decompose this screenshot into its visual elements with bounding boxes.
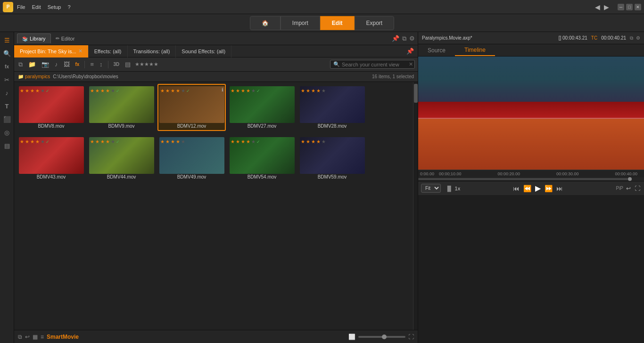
media-list-icon[interactable]: ≡ xyxy=(89,60,95,69)
mb-resize-icon[interactable]: ⬜ xyxy=(348,334,355,340)
project-bin-close[interactable]: ✕ xyxy=(78,48,83,54)
step-back-button[interactable]: ⏪ xyxy=(522,185,532,192)
mb-list-icon[interactable]: ≡ xyxy=(41,334,44,340)
back-button[interactable]: ◀ xyxy=(595,3,600,11)
pin-button[interactable]: 📌 xyxy=(403,48,418,55)
maximize-button[interactable]: □ xyxy=(626,4,633,10)
editor-tab-label: Editor xyxy=(61,36,75,41)
fit-dropdown[interactable]: Fit xyxy=(421,184,441,193)
minimize-button[interactable]: ─ xyxy=(618,4,624,10)
media-item-bdmv59[interactable]: ★★★★★ BDMV59.mov xyxy=(298,135,366,182)
tc-value: 00:00:40.21 xyxy=(601,35,626,41)
edit-button[interactable]: Edit xyxy=(320,16,355,30)
sidebar-icon-storyboard[interactable]: ▤ xyxy=(2,140,12,151)
search-clear-icon[interactable]: ✕ xyxy=(409,61,413,67)
media-item-bdmv12[interactable]: ★★★★★ ✓ ℹ BDMV12.mov xyxy=(157,84,226,131)
tab-library[interactable]: 📚 Library xyxy=(17,33,51,43)
menu-edit[interactable]: Edit xyxy=(32,4,41,10)
name-bdmv54: BDMV54.mov xyxy=(248,174,277,180)
loop-button[interactable]: ↩ xyxy=(625,185,632,192)
media-stars-filter[interactable]: ★★★★★ xyxy=(135,61,158,67)
menu-file[interactable]: File xyxy=(17,4,25,10)
sidebar-icon-text[interactable]: T xyxy=(2,101,12,111)
tc-label: TC xyxy=(591,35,597,41)
mb-undo-icon[interactable]: ↩ xyxy=(25,334,30,340)
sidebar-icon-library[interactable]: ☰ xyxy=(2,35,12,45)
tab-project-bin[interactable]: Project Bin: The Sky is... ✕ xyxy=(14,45,89,57)
media-grid-container: ★★★★★ ✓ BDMV8.mov ★★★★★ ✓ xyxy=(14,82,418,330)
media-item-bdmv49[interactable]: ★★★★★ BDMV49.mov xyxy=(157,135,226,182)
fullscreen-button[interactable]: ⛶ xyxy=(634,185,641,192)
media-item-bdmv8[interactable]: ★★★★★ ✓ BDMV8.mov xyxy=(17,84,85,131)
mb-grid-icon[interactable]: ▦ xyxy=(33,334,38,340)
search-input[interactable] xyxy=(342,62,407,67)
mb-slider-thumb xyxy=(382,335,387,339)
name-bdmv8: BDMV8.mov xyxy=(38,123,64,129)
mb-fullscreen-icon[interactable]: ⛶ xyxy=(408,334,414,340)
scrubber-thumb[interactable] xyxy=(628,177,632,181)
media-sort-icon[interactable]: ↕ xyxy=(98,60,104,69)
stars-bdmv28: ★★★★★ xyxy=(301,88,326,93)
media-item-bdmv27[interactable]: ★★★★★ ✓ BDMV27.mov xyxy=(228,84,296,131)
info-icon[interactable]: ℹ xyxy=(222,87,223,92)
forward-button[interactable]: ▶ xyxy=(604,3,609,11)
panel-settings-icon[interactable]: ⚙ xyxy=(409,35,415,42)
media-music-icon[interactable]: ♪ xyxy=(53,60,59,69)
sidebar-icon-audio[interactable]: ♪ xyxy=(2,88,12,98)
item-count: 16 items, 1 selected xyxy=(372,74,414,79)
media-fx-icon[interactable]: fx xyxy=(74,61,81,68)
tab-sound-effects[interactable]: Sound Effects: (all) xyxy=(176,45,231,57)
play-button[interactable]: ▶ xyxy=(534,184,542,193)
scrubber-track xyxy=(418,178,628,180)
folder-path: C:\Users\Ruby\dropbox\movies xyxy=(53,74,372,79)
step-forward-button[interactable]: ⏩ xyxy=(544,185,553,192)
separator-2 xyxy=(108,61,108,68)
home-button[interactable]: 🏠 xyxy=(250,16,281,30)
media-item-bdmv43[interactable]: ★★★★★ ✓ BDMV43.mov xyxy=(17,135,85,182)
tab-transitions[interactable]: Transitions: (all) xyxy=(128,45,176,57)
media-item-bdmv9[interactable]: ★★★★★ ✓ BDMV9.mov xyxy=(87,84,156,131)
thumb-bdmv28: ★★★★★ xyxy=(300,86,365,123)
tab-timeline[interactable]: Timeline xyxy=(455,45,495,56)
close-button[interactable]: ✕ xyxy=(635,4,641,10)
grid-scrollbar[interactable] xyxy=(413,82,418,330)
panel-pin-icon[interactable]: 📌 xyxy=(392,35,399,42)
sidebar-icon-search[interactable]: 🔍 xyxy=(2,48,12,58)
media-3d-icon[interactable]: 3D xyxy=(112,61,121,68)
tab-effects[interactable]: Effects: (all) xyxy=(89,45,128,57)
media-view-icon[interactable]: ▤ xyxy=(124,60,132,69)
rh-settings-icon[interactable]: ⚙ xyxy=(636,35,640,41)
mb-copy-icon[interactable]: ⧉ xyxy=(18,334,22,340)
menu-help[interactable]: ? xyxy=(67,4,70,10)
sidebar-icon-shape[interactable]: ⬛ xyxy=(2,114,12,124)
pip-button[interactable]: PiP xyxy=(616,186,623,191)
tab-source[interactable]: Source xyxy=(418,45,455,56)
right-header-actions: ⧉ ⚙ xyxy=(630,35,640,41)
media-folder-icon[interactable]: 📁 xyxy=(27,60,37,69)
export-button[interactable]: Export xyxy=(355,16,395,30)
media-image-icon[interactable]: 🖼 xyxy=(62,60,71,69)
media-item-bdmv44[interactable]: ★★★★★ ✓ BDMV44.mov xyxy=(87,135,156,182)
volume-icon: ▐▌ xyxy=(446,186,453,191)
menu-setup[interactable]: Setup xyxy=(48,4,61,10)
menu-bar: P File Edit Setup ? ◀ ▶ ─ □ ✕ xyxy=(0,0,644,14)
scrubber-bar[interactable] xyxy=(418,177,644,181)
app-logo: P xyxy=(3,2,13,12)
media-item-bdmv54[interactable]: ★★★★★ ✓ BDMV54.mov xyxy=(228,135,296,182)
main-panel: 📚 Library ✏ Editor 📌 ⧉ ⚙ Project Bin: Th… xyxy=(14,32,418,343)
media-camera-icon[interactable]: 📷 xyxy=(40,60,50,69)
media-row-1: ★★★★★ ✓ BDMV8.mov ★★★★★ ✓ xyxy=(14,82,413,133)
sidebar-icon-circle[interactable]: ◎ xyxy=(2,127,12,138)
tab-editor[interactable]: ✏ Editor xyxy=(51,34,80,43)
media-item-bdmv28[interactable]: ★★★★★ BDMV28.mov xyxy=(298,84,366,131)
media-copy-icon[interactable]: ⧉ xyxy=(17,60,24,69)
transitions-label: Transitions: (all) xyxy=(133,49,170,54)
sidebar-icon-color[interactable]: ✂ xyxy=(2,74,12,85)
go-end-button[interactable]: ⏭ xyxy=(555,185,564,192)
rh-expand-icon[interactable]: ⧉ xyxy=(630,35,633,41)
go-start-button[interactable]: ⏮ xyxy=(512,185,520,192)
sidebar-icon-fx[interactable]: fx xyxy=(2,61,12,72)
mb-slider[interactable] xyxy=(358,336,405,338)
panel-window-icon[interactable]: ⧉ xyxy=(402,35,406,42)
import-button[interactable]: Import xyxy=(281,16,320,30)
